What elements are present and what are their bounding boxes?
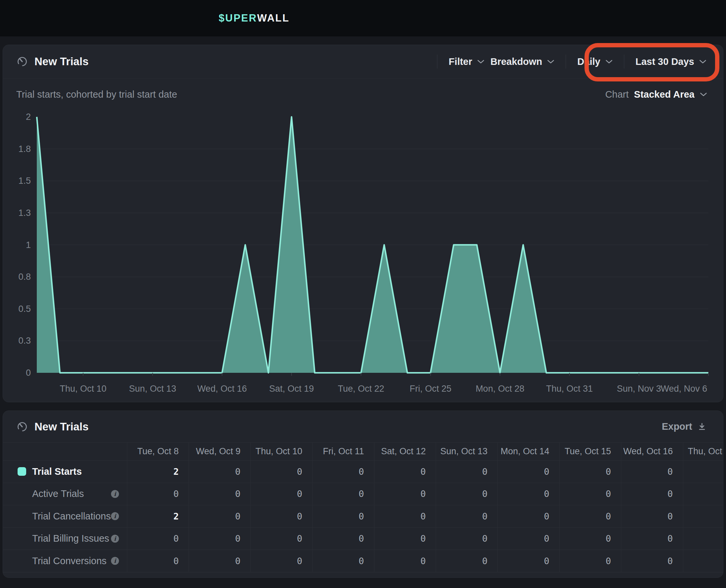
row-label: Active Trialsi bbox=[3, 483, 127, 506]
toolbar-divider bbox=[624, 55, 624, 68]
chart-card-header: New Trials Filter Breakdown Daily Last 3… bbox=[3, 45, 723, 79]
y-axis-label: 1.8 bbox=[3, 144, 31, 154]
table-cell-clipped bbox=[683, 528, 723, 550]
table-cell: 0 bbox=[498, 461, 559, 483]
legend-swatch bbox=[18, 467, 26, 476]
table-cell: 0 bbox=[375, 505, 436, 528]
column-header: Sun, Oct 13 bbox=[436, 442, 498, 461]
x-axis-label: Tue, Oct 22 bbox=[328, 383, 394, 394]
table-cell: 0 bbox=[498, 505, 559, 528]
chart-card: New Trials Filter Breakdown Daily Last 3… bbox=[3, 45, 723, 402]
info-icon[interactable]: i bbox=[111, 535, 119, 543]
export-button[interactable]: Export bbox=[662, 421, 706, 432]
row-label-text: Trial Starts bbox=[32, 466, 82, 477]
table-cell-clipped bbox=[683, 483, 723, 506]
chevron-down-icon bbox=[605, 60, 613, 64]
chart-card-title: New Trials bbox=[35, 55, 88, 68]
chevron-down-icon bbox=[699, 60, 706, 64]
table-cell: 0 bbox=[189, 505, 250, 528]
table-cell: 2 bbox=[127, 505, 189, 528]
table-cell: 0 bbox=[560, 550, 621, 572]
y-axis-label: 0.5 bbox=[3, 304, 31, 314]
toolbar: Filter Breakdown Daily Last 30 Days bbox=[432, 55, 706, 68]
table-cell: 0 bbox=[189, 461, 250, 483]
table-cell: 0 bbox=[560, 528, 621, 550]
info-icon[interactable]: i bbox=[111, 512, 119, 520]
table-cell: 0 bbox=[312, 550, 374, 572]
brand-logo-part2: WALL bbox=[257, 12, 289, 24]
table-cell: 0 bbox=[375, 461, 436, 483]
table-cell: 0 bbox=[251, 528, 312, 550]
table-cell: 0 bbox=[436, 461, 498, 483]
filter-dropdown[interactable]: Filter bbox=[449, 56, 484, 67]
area-chart bbox=[37, 117, 708, 373]
column-header: Wed, Oct 16 bbox=[621, 442, 683, 461]
table-cell: 0 bbox=[312, 483, 374, 506]
brand-logo-part1: $UPER bbox=[219, 12, 257, 24]
y-axis-label: 0 bbox=[3, 368, 31, 378]
data-table: Tue, Oct 8Wed, Oct 9Thu, Oct 10Fri, Oct … bbox=[3, 442, 723, 572]
chart-subtitle: Trial starts, cohorted by trial start da… bbox=[16, 89, 177, 100]
table-cell: 0 bbox=[621, 461, 683, 483]
table-cell: 0 bbox=[312, 461, 374, 483]
chart-type-value: Stacked Area bbox=[634, 89, 694, 100]
y-axis-label: 1 bbox=[3, 240, 31, 250]
info-icon[interactable]: i bbox=[111, 490, 119, 498]
timer-icon bbox=[16, 55, 28, 68]
column-header: Sat, Oct 12 bbox=[375, 442, 436, 461]
top-bar bbox=[0, 0, 726, 37]
row-label-text: Active Trials bbox=[32, 488, 84, 499]
column-header: Mon, Oct 14 bbox=[498, 442, 559, 461]
table-cell: 0 bbox=[127, 528, 189, 550]
table-cell: 0 bbox=[560, 505, 621, 528]
y-axis-label: 1.3 bbox=[3, 208, 31, 218]
table-cell-clipped bbox=[683, 505, 723, 528]
info-icon[interactable]: i bbox=[111, 557, 119, 565]
table-cell: 0 bbox=[251, 505, 312, 528]
breakdown-label: Breakdown bbox=[490, 56, 542, 67]
table-cell: 0 bbox=[621, 550, 683, 572]
granularity-label: Daily bbox=[577, 56, 600, 67]
export-label: Export bbox=[662, 421, 692, 432]
table-cell: 0 bbox=[312, 528, 374, 550]
table-cell: 0 bbox=[251, 461, 312, 483]
timer-icon bbox=[16, 420, 28, 434]
granularity-dropdown[interactable]: Daily bbox=[577, 56, 612, 67]
table-cell: 0 bbox=[375, 528, 436, 550]
table-card-header: New Trials Export bbox=[3, 411, 723, 442]
x-axis-label: Thu, Oct 10 bbox=[50, 383, 116, 394]
table-cell: 0 bbox=[621, 528, 683, 550]
table-cell: 0 bbox=[436, 550, 498, 572]
chart-type-label: Chart bbox=[605, 89, 629, 100]
row-label-text: Trial Cancellations bbox=[32, 511, 111, 522]
brand-logo: $UPERWALL bbox=[219, 0, 289, 37]
breakdown-dropdown[interactable]: Breakdown bbox=[490, 56, 554, 67]
table-cell: 0 bbox=[127, 550, 189, 572]
range-dropdown[interactable]: Last 30 Days bbox=[636, 56, 706, 67]
chevron-down-icon bbox=[477, 60, 484, 64]
y-axis-label: 1.5 bbox=[3, 176, 31, 186]
toolbar-divider bbox=[566, 55, 566, 68]
column-header: Thu, Oct 17 bbox=[683, 442, 723, 461]
table-cell: 0 bbox=[498, 483, 559, 506]
table-cell: 0 bbox=[621, 483, 683, 506]
table-cell: 0 bbox=[498, 550, 559, 572]
table-cell: 0 bbox=[189, 528, 250, 550]
chart-type-dropdown[interactable]: Chart Stacked Area bbox=[605, 89, 707, 100]
x-axis-label: Fri, Oct 25 bbox=[397, 383, 464, 394]
x-axis: Thu, Oct 10Sun, Oct 13Wed, Oct 16Sat, Oc… bbox=[37, 383, 708, 395]
x-axis-label: Sun, Oct 13 bbox=[119, 383, 185, 394]
table-cell: 0 bbox=[621, 505, 683, 528]
row-label-text: Trial Conversions bbox=[32, 555, 107, 566]
column-header: Fri, Oct 11 bbox=[312, 442, 374, 461]
y-axis-label: 0.3 bbox=[3, 336, 31, 345]
row-label: Trial Cancellationsi bbox=[3, 505, 127, 528]
table-cell: 0 bbox=[436, 528, 498, 550]
table-cell: 0 bbox=[251, 483, 312, 506]
table-cell-clipped bbox=[683, 461, 723, 483]
y-axis-label: 2 bbox=[3, 112, 31, 122]
row-label: Trial Starts bbox=[3, 461, 127, 483]
table-cell: 0 bbox=[436, 483, 498, 506]
y-axis: 21.81.51.310.80.50.30 bbox=[3, 117, 31, 373]
chevron-down-icon bbox=[547, 60, 554, 64]
